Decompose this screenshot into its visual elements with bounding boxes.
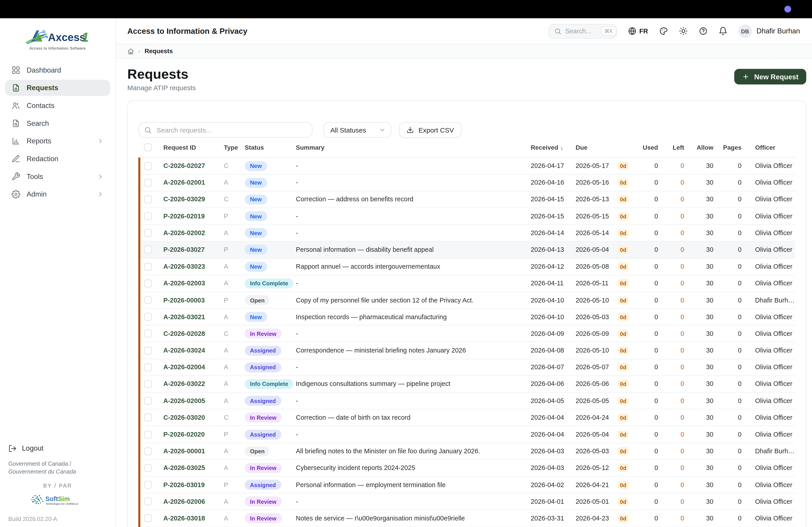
row-checkbox[interactable] xyxy=(144,262,152,270)
table-row[interactable]: A-2026-03023ANewRapport annuel — accords… xyxy=(140,258,795,275)
export-csv-button[interactable]: Export CSV xyxy=(399,122,461,137)
request-id-link[interactable]: P-2026-02019 xyxy=(163,213,224,220)
request-id-link[interactable]: A-2026-03022 xyxy=(163,380,224,388)
row-checkbox[interactable] xyxy=(144,246,152,254)
help-button[interactable] xyxy=(698,27,707,35)
table-row[interactable]: P-2026-03027PNewPersonal information — d… xyxy=(140,242,795,258)
row-checkbox[interactable] xyxy=(144,481,152,489)
sidebar-item-dashboard[interactable]: Dashboard xyxy=(5,62,110,78)
table-row[interactable]: A-2026-03024AAssignedCorrespondence — mi… xyxy=(140,342,795,359)
requests-search-field[interactable] xyxy=(138,122,313,137)
table-row[interactable]: A-2026-02006AIn Review-2026-04-012026-05… xyxy=(140,493,795,510)
sidebar-item-requests[interactable]: Requests xyxy=(5,80,110,96)
row-checkbox[interactable] xyxy=(144,380,152,388)
table-row[interactable]: C-2026-03020CIn ReviewCorrection — date … xyxy=(140,409,795,426)
row-checkbox[interactable] xyxy=(144,413,152,422)
request-id-link[interactable]: P-2026-02020 xyxy=(163,431,224,438)
request-id-link[interactable]: A-2026-02002 xyxy=(163,229,224,237)
request-id-link[interactable]: A-2026-02005 xyxy=(163,397,224,404)
sidebar-item-redaction[interactable]: Redaction xyxy=(5,151,110,167)
sidebar-item-tools[interactable]: Tools xyxy=(5,168,110,185)
table-row[interactable]: P-2026-03019PAssignedPersonal informatio… xyxy=(140,477,795,493)
row-checkbox[interactable] xyxy=(144,330,152,338)
request-id-link[interactable]: P-2026-03019 xyxy=(163,481,224,488)
request-id-link[interactable]: A-2026-02004 xyxy=(163,364,224,371)
global-search[interactable]: ⌘K xyxy=(549,24,617,38)
column-header-summary[interactable]: Summary xyxy=(296,144,531,151)
table-row[interactable]: P-2026-00003POpenCopy of my personnel fi… xyxy=(140,292,795,308)
table-row[interactable]: A-2026-02001ANew-2026-04-162026-05-160d0… xyxy=(140,175,795,191)
row-checkbox[interactable] xyxy=(144,447,152,455)
theme-palette-button[interactable] xyxy=(659,27,668,35)
select-all-checkbox[interactable] xyxy=(144,144,152,151)
table-row[interactable]: C-2026-02027CNew-2026-04-172026-05-170d0… xyxy=(140,158,795,175)
column-header-left[interactable]: Left xyxy=(665,144,692,151)
global-search-input[interactable] xyxy=(565,27,597,34)
column-header-used[interactable]: Used xyxy=(640,144,665,151)
column-header-received[interactable]: Received ↓ xyxy=(531,144,576,151)
status-filter-select[interactable]: All Statuses xyxy=(323,122,391,137)
table-row[interactable]: A-2026-02002ANew-2026-04-142026-05-140d0… xyxy=(140,225,795,242)
table-row[interactable]: C-2026-02028CIn Review-2026-04-092026-05… xyxy=(140,326,795,342)
request-id-link[interactable]: C-2026-02028 xyxy=(163,330,224,337)
request-id-link[interactable]: C-2026-03029 xyxy=(163,196,224,203)
table-row[interactable]: A-2026-03025AIn ReviewCybersecurity inci… xyxy=(140,460,795,477)
table-row[interactable]: A-2026-02004AAssigned-2026-04-072026-05-… xyxy=(140,359,795,376)
brightness-toggle-button[interactable] xyxy=(679,27,687,35)
row-checkbox[interactable] xyxy=(144,431,152,438)
column-header-officer[interactable]: Officer xyxy=(749,144,795,151)
request-id-link[interactable]: A-2026-00001 xyxy=(163,448,224,455)
language-toggle[interactable]: FR xyxy=(628,27,648,35)
row-checkbox[interactable] xyxy=(144,514,152,522)
new-request-button[interactable]: New Request xyxy=(735,69,806,84)
table-row[interactable]: C-2026-03029CNewCorrection — address on … xyxy=(140,191,795,208)
row-checkbox[interactable] xyxy=(144,162,152,170)
table-row[interactable]: A-2026-00001AOpenAll briefing notes to t… xyxy=(140,443,795,460)
logout-button[interactable]: Logout xyxy=(8,444,107,453)
row-checkbox[interactable] xyxy=(144,229,152,237)
request-id-link[interactable]: C-2026-02027 xyxy=(163,162,224,169)
row-checkbox[interactable] xyxy=(144,179,152,187)
sidebar-item-reports[interactable]: Reports xyxy=(5,133,110,149)
row-checkbox[interactable] xyxy=(144,296,152,304)
row-checkbox[interactable] xyxy=(144,498,152,506)
request-id-link[interactable]: A-2026-02006 xyxy=(163,498,224,505)
row-checkbox[interactable] xyxy=(144,464,152,472)
table-row[interactable]: A-2026-03022AInfo CompleteIndigenous con… xyxy=(140,376,795,393)
request-id-link[interactable]: P-2026-03027 xyxy=(163,246,224,253)
column-header-request-id[interactable]: Request ID xyxy=(163,144,224,151)
request-id-link[interactable]: A-2026-03021 xyxy=(163,313,224,320)
request-id-link[interactable]: C-2026-03020 xyxy=(163,414,224,421)
request-id-link[interactable]: A-2026-03018 xyxy=(163,515,224,522)
sidebar-item-admin[interactable]: Admin xyxy=(5,186,110,202)
column-header-status[interactable]: Status xyxy=(245,144,296,151)
request-id-link[interactable]: A-2026-02001 xyxy=(163,179,224,186)
row-checkbox[interactable] xyxy=(144,313,152,321)
user-menu[interactable]: DB Dhafir Burhan xyxy=(738,24,800,38)
column-header-due[interactable]: Due xyxy=(576,144,617,151)
column-header-type[interactable]: Type xyxy=(224,144,245,151)
column-header-allow[interactable]: Allow xyxy=(692,144,721,151)
request-id-link[interactable]: A-2026-03024 xyxy=(163,347,224,354)
request-id-link[interactable]: A-2026-02003 xyxy=(163,280,224,287)
row-checkbox[interactable] xyxy=(144,195,152,203)
sidebar-item-contacts[interactable]: Contacts xyxy=(5,97,110,114)
table-row[interactable]: A-2026-03018AIn ReviewNotes de service —… xyxy=(140,510,795,527)
requests-search-input[interactable] xyxy=(157,126,307,134)
request-id-link[interactable]: P-2026-00003 xyxy=(163,297,224,304)
sidebar-item-search[interactable]: Search xyxy=(5,115,110,132)
notifications-bell-button[interactable] xyxy=(719,27,727,35)
table-row[interactable]: P-2026-02019PNew-2026-04-152026-05-150d0… xyxy=(140,208,795,225)
column-header-pages[interactable]: Pages xyxy=(721,144,749,151)
row-checkbox[interactable] xyxy=(144,280,152,287)
table-row[interactable]: P-2026-02020PAssigned-2026-04-042026-05-… xyxy=(140,426,795,443)
row-checkbox[interactable] xyxy=(144,347,152,355)
row-checkbox[interactable] xyxy=(144,397,152,405)
home-icon[interactable] xyxy=(128,48,134,55)
row-checkbox[interactable] xyxy=(144,212,152,220)
table-row[interactable]: A-2026-02003AInfo Complete-2026-04-11202… xyxy=(140,275,795,292)
table-row[interactable]: A-2026-03021ANewInspection records — pha… xyxy=(140,309,795,326)
request-id-link[interactable]: A-2026-03025 xyxy=(163,464,224,471)
row-checkbox[interactable] xyxy=(144,363,152,371)
request-id-link[interactable]: A-2026-03023 xyxy=(163,263,224,270)
